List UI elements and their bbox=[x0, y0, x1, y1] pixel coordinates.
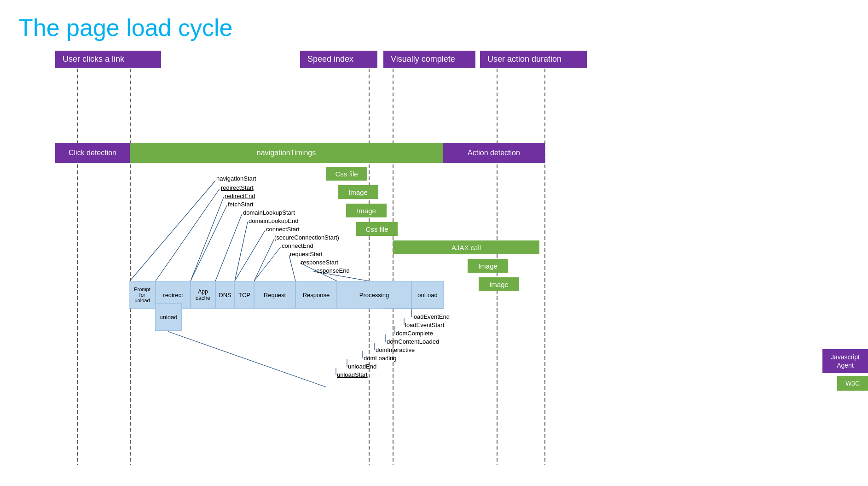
svg-line-11 bbox=[235, 222, 248, 281]
phase-processing: Processing bbox=[337, 281, 411, 309]
svg-line-13 bbox=[254, 239, 274, 281]
timing-unloadStart: unloadStart bbox=[337, 371, 368, 378]
page-title: The page load cycle bbox=[0, 0, 868, 51]
phase-label-user-clicks: User clicks a link bbox=[55, 51, 161, 68]
phase-label-visually-complete: Visually complete bbox=[383, 51, 475, 68]
diagram-lines bbox=[18, 51, 868, 465]
timing-connectStart: connectStart bbox=[266, 226, 300, 233]
phase-response: Response bbox=[295, 281, 337, 309]
phase-label-speed-index: Speed index bbox=[300, 51, 377, 68]
timing-connectEnd: connectEnd bbox=[282, 242, 313, 249]
timing-requestStart: requestStart bbox=[290, 251, 323, 258]
timing-domContentLoaded: domContentLoaded bbox=[387, 338, 439, 345]
phase-app-cache: App cache bbox=[191, 281, 215, 309]
bar-action-detection: Action detection bbox=[443, 143, 545, 163]
timing-redirectStart: redirectStart bbox=[221, 184, 254, 191]
timing-responseEnd: responseEnd bbox=[314, 267, 350, 274]
phase-onload: onLoad bbox=[411, 281, 444, 309]
svg-line-14 bbox=[254, 247, 281, 281]
resource-image-2: Image bbox=[346, 204, 387, 217]
phase-unload: unload bbox=[155, 303, 182, 331]
bar-click-detection: Click detection bbox=[55, 143, 130, 163]
phase-label-user-action-duration: User action duration bbox=[480, 51, 587, 68]
timing-domInteractive: domInteractive bbox=[376, 346, 415, 353]
timing-domainLookupEnd: domainLookupEnd bbox=[249, 217, 298, 224]
timing-redirectEnd: redirectEnd bbox=[225, 193, 255, 199]
svg-line-6 bbox=[130, 181, 215, 281]
phase-tcp: TCP bbox=[235, 281, 254, 309]
diagram-area: User clicks a link Speed index Visually … bbox=[18, 51, 868, 465]
svg-line-7 bbox=[156, 189, 220, 281]
phase-dns: DNS bbox=[215, 281, 235, 309]
timing-domComplete: domComplete bbox=[396, 330, 433, 337]
svg-line-8 bbox=[191, 197, 224, 281]
timing-domainLookupStart: domainLookupStart bbox=[243, 209, 295, 216]
timing-navigationStart: navigationStart bbox=[216, 175, 256, 182]
resource-css-file-1: Css file bbox=[326, 167, 367, 181]
resource-image-3: Image bbox=[468, 259, 508, 273]
svg-line-10 bbox=[215, 214, 242, 281]
timing-loadEventEnd: loadEventEnd bbox=[412, 313, 450, 320]
timing-fetchStart: fetchStart bbox=[228, 201, 254, 208]
legend-w3c: W3C bbox=[837, 376, 868, 391]
resource-ajax-call: AJAX call bbox=[393, 240, 539, 254]
legend-javascript-agent: Javascript Agent bbox=[822, 349, 868, 373]
svg-line-12 bbox=[235, 230, 265, 281]
bar-navigation-timings: navigationTimings bbox=[130, 143, 443, 163]
timing-unloadEnd: unloadEnd bbox=[348, 363, 376, 370]
phase-request: Request bbox=[254, 281, 295, 309]
phase-prompt: Prompt for unload bbox=[129, 281, 156, 309]
timing-loadEventStart: loadEventStart bbox=[405, 322, 444, 328]
svg-line-15 bbox=[289, 255, 295, 281]
resource-image-1: Image bbox=[338, 185, 378, 199]
resource-css-file-2: Css file bbox=[356, 222, 398, 236]
svg-line-9 bbox=[191, 205, 227, 281]
timing-secureConnectionStart: (secureConnectionStart) bbox=[274, 234, 339, 241]
timing-domLoading: domLoading bbox=[364, 355, 397, 362]
timing-responseStart: responseStart bbox=[301, 259, 338, 266]
svg-line-28 bbox=[168, 332, 326, 387]
resource-image-4: Image bbox=[479, 277, 519, 291]
